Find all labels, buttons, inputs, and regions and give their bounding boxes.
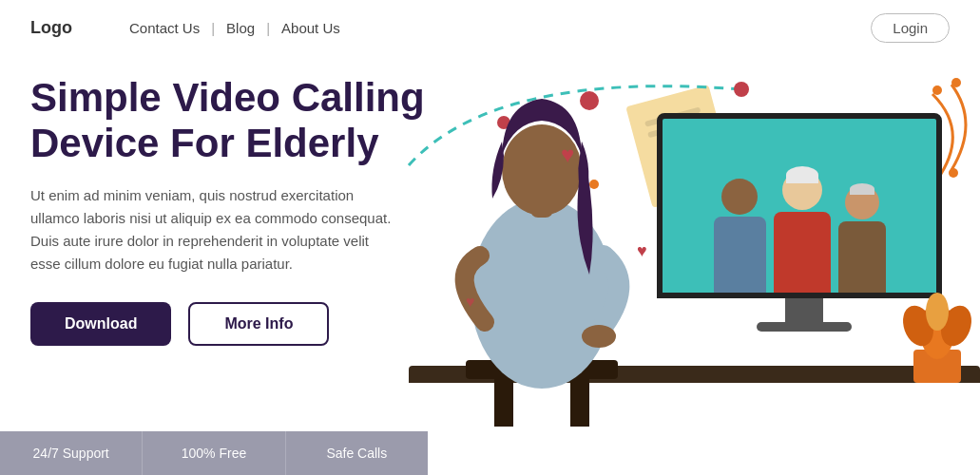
download-button[interactable]: Download [30, 302, 171, 346]
nav-about[interactable]: About Us [281, 20, 340, 36]
monitor-base [757, 322, 852, 332]
features-bar: 24/7 Support 100% Free Safe Calls [0, 431, 428, 475]
nav-links: Contact Us | Blog | About Us [129, 20, 871, 36]
nav-blog[interactable]: Blog [226, 20, 255, 36]
heart-2: ♥ [637, 241, 647, 261]
video-call-people [663, 119, 936, 293]
hero-text: Simple Video Calling Device For Elderly … [30, 66, 468, 427]
monitor-stand [785, 298, 823, 322]
hero-buttons: Download More Info [30, 302, 468, 346]
hero-title: Simple Video Calling Device For Elderly [30, 75, 468, 167]
more-info-button[interactable]: More Info [188, 302, 329, 346]
svg-point-0 [734, 82, 749, 97]
heart-3: ♥ [466, 294, 475, 311]
svg-point-13 [502, 124, 582, 216]
svg-point-3 [951, 78, 961, 87]
person-elderly-man [838, 185, 886, 293]
svg-rect-9 [570, 379, 589, 427]
person-elderly-woman [774, 170, 831, 293]
person-young-man [714, 179, 766, 293]
svg-point-11 [582, 325, 616, 348]
heart-1: ♥ [561, 142, 574, 168]
feature-safe: Safe Calls [286, 431, 428, 475]
feature-free: 100% Free [143, 431, 285, 475]
navigation: Logo Contact Us | Blog | About Us Login [0, 0, 980, 56]
feature-support: 24/7 Support [0, 431, 143, 475]
nav-sep-2: | [266, 20, 270, 36]
svg-rect-8 [494, 379, 513, 427]
svg-point-18 [926, 293, 949, 331]
hero-section: Simple Video Calling Device For Elderly … [0, 56, 980, 427]
svg-point-4 [932, 86, 942, 95]
plant-decoration [894, 269, 980, 383]
login-button[interactable]: Login [871, 13, 950, 43]
hero-description: Ut enim ad minim veniam, quis nostrud ex… [30, 184, 392, 276]
logo: Logo [30, 18, 72, 38]
nav-contact[interactable]: Contact Us [129, 20, 200, 36]
nav-sep-1: | [211, 20, 215, 36]
